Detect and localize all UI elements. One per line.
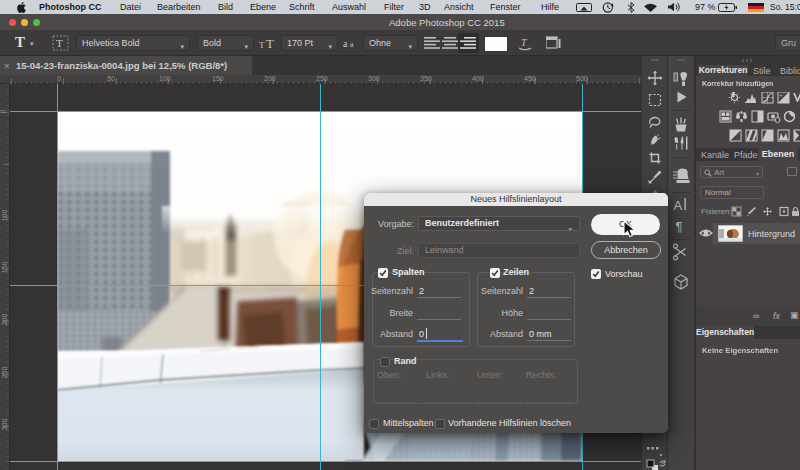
svg-text:T: T	[521, 37, 528, 48]
svg-text:¶: ¶	[676, 219, 683, 234]
svg-text:T: T	[56, 37, 63, 49]
svg-text:T: T	[266, 36, 274, 50]
svg-text:a: a	[343, 38, 348, 49]
svg-text:A: A	[674, 198, 683, 213]
svg-text:T: T	[259, 40, 265, 50]
svg-text:+: +	[780, 92, 783, 98]
svg-text:a: a	[350, 40, 354, 49]
